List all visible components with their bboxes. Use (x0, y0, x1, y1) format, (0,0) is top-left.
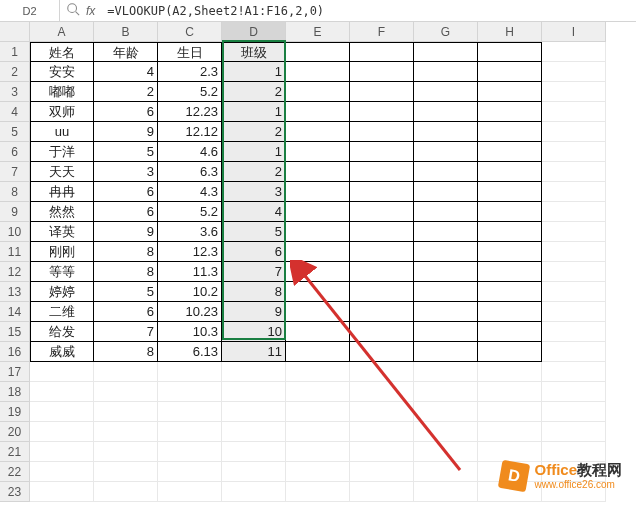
column-header-i[interactable]: I (542, 22, 606, 42)
cell[interactable] (542, 62, 606, 82)
cell[interactable] (542, 282, 606, 302)
cell[interactable]: 班级 (222, 42, 286, 62)
cell[interactable]: 12.3 (158, 242, 222, 262)
cell[interactable] (542, 82, 606, 102)
row-header[interactable]: 17 (0, 362, 30, 382)
row-header[interactable]: 5 (0, 122, 30, 142)
cell[interactable] (542, 102, 606, 122)
cell[interactable] (414, 282, 478, 302)
cell[interactable] (478, 262, 542, 282)
cell[interactable] (30, 442, 94, 462)
cell[interactable]: 4.6 (158, 142, 222, 162)
cell[interactable] (286, 342, 350, 362)
cell[interactable] (478, 382, 542, 402)
cell[interactable]: 10.23 (158, 302, 222, 322)
cell[interactable] (286, 42, 350, 62)
cell[interactable]: 6 (222, 242, 286, 262)
cell[interactable] (478, 302, 542, 322)
row-header[interactable]: 22 (0, 462, 30, 482)
cell[interactable]: 生日 (158, 42, 222, 62)
row-header[interactable]: 23 (0, 482, 30, 502)
row-header[interactable]: 8 (0, 182, 30, 202)
row-header[interactable]: 12 (0, 262, 30, 282)
cell[interactable]: 嘟嘟 (30, 82, 94, 102)
cell[interactable] (350, 42, 414, 62)
cell[interactable] (350, 402, 414, 422)
cell[interactable]: 2 (222, 122, 286, 142)
cell[interactable] (286, 82, 350, 102)
cell[interactable] (414, 382, 478, 402)
cell[interactable]: 12.23 (158, 102, 222, 122)
cell[interactable]: 8 (94, 242, 158, 262)
cell[interactable] (414, 42, 478, 62)
cell[interactable]: 等等 (30, 262, 94, 282)
cell[interactable] (286, 122, 350, 142)
cell[interactable]: 3.6 (158, 222, 222, 242)
cell[interactable] (478, 342, 542, 362)
cell[interactable]: 婷婷 (30, 282, 94, 302)
cell[interactable] (350, 282, 414, 302)
formula-input[interactable]: =VLOOKUP(A2,Sheet2!A1:F16,2,0) (101, 0, 636, 22)
cell[interactable]: 3 (94, 162, 158, 182)
cell[interactable]: 8 (222, 282, 286, 302)
cell[interactable]: 2 (222, 82, 286, 102)
cell[interactable] (94, 382, 158, 402)
cell[interactable]: 冉冉 (30, 182, 94, 202)
cell[interactable] (414, 102, 478, 122)
cell[interactable]: 双师 (30, 102, 94, 122)
row-header[interactable]: 7 (0, 162, 30, 182)
cell[interactable] (542, 162, 606, 182)
row-header[interactable]: 20 (0, 422, 30, 442)
cell[interactable] (158, 482, 222, 502)
cell[interactable] (414, 422, 478, 442)
cell[interactable] (542, 182, 606, 202)
cell[interactable] (478, 162, 542, 182)
cell[interactable] (350, 82, 414, 102)
cell[interactable] (286, 422, 350, 442)
cell[interactable]: 8 (94, 342, 158, 362)
cell[interactable]: 5 (94, 142, 158, 162)
select-all-corner[interactable] (0, 22, 30, 42)
cell[interactable] (30, 402, 94, 422)
cell[interactable]: 然然 (30, 202, 94, 222)
cell[interactable] (414, 482, 478, 502)
cell[interactable]: 6 (94, 102, 158, 122)
cell[interactable] (222, 482, 286, 502)
cell[interactable]: 刚刚 (30, 242, 94, 262)
cell[interactable] (286, 282, 350, 302)
row-header[interactable]: 21 (0, 442, 30, 462)
cell[interactable]: 4 (222, 202, 286, 222)
cell[interactable]: 6 (94, 182, 158, 202)
cell[interactable] (222, 362, 286, 382)
column-header-d[interactable]: D (222, 22, 286, 42)
cell[interactable] (286, 102, 350, 122)
cell[interactable] (478, 322, 542, 342)
cell[interactable] (414, 442, 478, 462)
row-header[interactable]: 15 (0, 322, 30, 342)
cell[interactable] (286, 462, 350, 482)
cell[interactable]: 天天 (30, 162, 94, 182)
cell[interactable]: 2.3 (158, 62, 222, 82)
cell[interactable] (350, 202, 414, 222)
cell[interactable] (350, 162, 414, 182)
cell[interactable] (478, 202, 542, 222)
cell[interactable] (478, 102, 542, 122)
cell[interactable] (222, 442, 286, 462)
cell[interactable] (158, 422, 222, 442)
cell[interactable]: 7 (94, 322, 158, 342)
cell[interactable] (350, 262, 414, 282)
cell[interactable] (30, 422, 94, 442)
cell[interactable]: 12.12 (158, 122, 222, 142)
cell[interactable]: 9 (94, 122, 158, 142)
cell[interactable] (286, 62, 350, 82)
cell[interactable] (542, 42, 606, 62)
cell[interactable] (158, 442, 222, 462)
cell[interactable] (286, 482, 350, 502)
cell[interactable] (286, 202, 350, 222)
cell[interactable] (94, 362, 158, 382)
cell[interactable] (414, 362, 478, 382)
cell[interactable] (542, 442, 606, 462)
cell[interactable] (542, 122, 606, 142)
cell[interactable] (414, 182, 478, 202)
cell[interactable] (350, 462, 414, 482)
